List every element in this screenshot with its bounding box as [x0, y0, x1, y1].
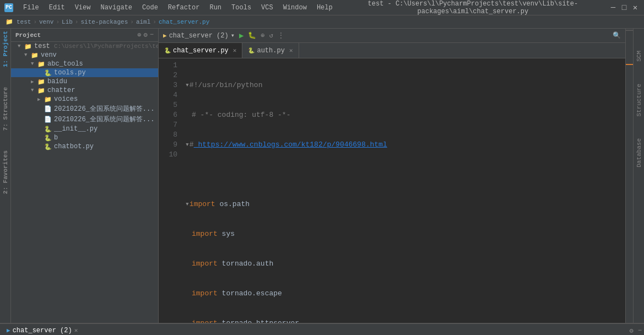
tab-label-auth: auth.py	[257, 47, 284, 55]
window-controls: ─ □ ✕	[609, 3, 640, 12]
run-config-dropdown[interactable]: ▾	[231, 31, 235, 40]
sidebar-header-icons: ⊕ ⚙ −	[137, 31, 154, 39]
menu-edit[interactable]: Edit	[45, 3, 69, 13]
main-layout: 1: Project 7: Structure 2: Favorites Pro…	[0, 29, 644, 323]
run-config-bar: ▶ chat_server (2) ▾ ▶ 🐛 ⊕ ↺ ⋮ 🔍	[159, 29, 625, 43]
menu-help[interactable]: Help	[312, 3, 337, 13]
close-button[interactable]: ✕	[631, 3, 640, 12]
py-icon-init: 🐍	[44, 126, 53, 133]
window-title: test - C:\Users\l\PycharmProjects\test\v…	[337, 0, 609, 15]
tree-item-doc2[interactable]: ▶ 📄 20210226_全国系统问题解答...	[11, 114, 158, 125]
tree-item-abc-tools[interactable]: ▼ 📁 abc_tools	[11, 60, 158, 68]
menu-window[interactable]: Window	[279, 3, 311, 13]
arrow-test: ▼	[18, 44, 24, 49]
run-tab-icons: ⚙ −	[630, 327, 642, 335]
tree-item-baidu[interactable]: ▶ 📁 baidu	[11, 77, 158, 86]
breadcrumb-item-venv[interactable]: venv	[39, 19, 53, 25]
search-button[interactable]: 🔍	[613, 31, 621, 40]
tree-item-voices[interactable]: ▶ 📁 voices	[11, 95, 158, 104]
py-icon-chatbot: 🐍	[44, 143, 53, 150]
run-config-selector[interactable]: ▶ chat_server (2) ▾	[163, 31, 235, 40]
menu-view[interactable]: View	[71, 3, 95, 13]
coverage-button[interactable]: ⊕	[261, 31, 264, 40]
breadcrumb-folder-icon: 📁	[6, 18, 13, 25]
right-tab-structure[interactable]: Structure	[636, 84, 642, 116]
tree-label-voices: voices	[54, 95, 158, 103]
breadcrumb-item-site-packages[interactable]: site-packages	[80, 19, 128, 25]
code-line-2: # -*- coding: utf-8 -*-	[185, 110, 621, 120]
breadcrumb-item-test[interactable]: test	[17, 19, 31, 25]
tab-chat-server[interactable]: 🐍 chat_server.py ✕	[159, 43, 242, 58]
tree-item-root[interactable]: ▼ 📁 test C:\Users\l\PycharmProjects\test	[11, 42, 158, 51]
code-line-3: ▾# https://www.cnblogs.com/kt182/p/90466…	[185, 140, 621, 150]
run-tab-label: chat_server (2)	[13, 327, 72, 334]
tab-icon-chat-server: 🐍	[164, 47, 171, 54]
title-left: PC File Edit View Navigate Code Refactor…	[4, 3, 337, 13]
sidebar-icon-minus[interactable]: −	[150, 31, 154, 39]
more-actions-button[interactable]: ⋮	[278, 31, 284, 40]
tree-label-baidu: baidu	[47, 78, 158, 85]
tab-close-auth[interactable]: ✕	[289, 47, 293, 54]
favorites-tab-label[interactable]: 2: Favorites	[2, 150, 9, 194]
code-line-9: import tornado.httpserver	[185, 318, 621, 323]
reload-button[interactable]: ↺	[269, 31, 273, 40]
breadcrumb-item-file[interactable]: chat_server.py	[159, 19, 209, 25]
sidebar-icon-gear[interactable]: ⚙	[144, 31, 148, 39]
sidebar-icon-globe[interactable]: ⊕	[137, 31, 141, 39]
run-config-icon: ▶	[163, 32, 167, 39]
code-view[interactable]: 12345 678910 ▾#!/usr/bin/python # -*- co…	[159, 58, 625, 323]
project-tab-label[interactable]: 1: Project	[2, 31, 9, 67]
breadcrumb-item-aiml[interactable]: aiml	[136, 19, 150, 25]
code-line-5: ▾import os.path	[185, 199, 621, 209]
minimize-button[interactable]: ─	[609, 3, 618, 12]
folder-icon-test: 📁	[24, 43, 33, 50]
tree-item-chatbot-py[interactable]: ▶ 🐍 chatbot.py	[11, 142, 158, 151]
tree-item-venv[interactable]: ▼ 📁 venv	[11, 51, 158, 60]
right-tab-scm[interactable]: SCM	[636, 51, 642, 62]
run-settings-icon[interactable]: ⚙	[630, 327, 634, 335]
debug-button[interactable]: 🐛	[248, 31, 256, 40]
run-tab-chat-server[interactable]: ▶ chat_server (2) ✕	[2, 324, 82, 335]
code-content[interactable]: ▾#!/usr/bin/python # -*- coding: utf-8 -…	[181, 58, 625, 323]
right-tabs-panel: SCM Structure Database	[633, 29, 644, 323]
left-icon-strip: 1: Project 7: Structure 2: Favorites	[0, 29, 11, 323]
menu-tools[interactable]: Tools	[227, 3, 256, 13]
app-icon: PC	[4, 3, 13, 12]
structure-tab-label[interactable]: 7: Structure	[2, 87, 9, 131]
code-line-7: import tornado.auth	[185, 259, 621, 269]
tab-close-chat-server[interactable]: ✕	[233, 47, 237, 54]
tree-item-doc1[interactable]: ▶ 📄 20210226_全国系统问题解答...	[11, 104, 158, 114]
tree-label-tools-py: tools.py	[54, 69, 158, 77]
folder-icon-abc-tools: 📁	[37, 61, 46, 68]
run-tab-close[interactable]: ✕	[74, 327, 78, 334]
run-collapse-icon[interactable]: −	[638, 327, 642, 335]
tab-auth[interactable]: 🐍 auth.py ✕	[242, 43, 299, 58]
folder-icon-baidu: 📁	[37, 78, 46, 85]
menu-run[interactable]: Run	[205, 3, 226, 13]
doc-icon-2: 📄	[44, 116, 53, 123]
breadcrumb-item-lib[interactable]: Lib	[62, 19, 73, 25]
run-button[interactable]: ▶	[239, 31, 243, 40]
scroll-marker-2	[626, 64, 633, 65]
project-sidebar: Project ⊕ ⚙ − ▼ 📁 test C:\Users\l\Pychar…	[11, 29, 159, 323]
arrow-baidu: ▶	[31, 79, 37, 85]
code-line-8: import tornado.escape	[185, 289, 621, 299]
tree-item-tools-py[interactable]: ▶ 🐍 tools.py	[11, 68, 158, 77]
menu-navigate[interactable]: Navigate	[96, 3, 137, 13]
menu-vcs[interactable]: VCS	[257, 3, 278, 13]
maximize-button[interactable]: □	[620, 3, 629, 12]
tree-item-chatter[interactable]: ▼ 📁 chatter	[11, 86, 158, 95]
sidebar-header: Project ⊕ ⚙ −	[11, 29, 158, 42]
arrow-abc-tools: ▼	[31, 61, 37, 67]
right-tab-database[interactable]: Database	[636, 138, 642, 168]
tree-label-abc-tools: abc_tools	[47, 60, 158, 68]
arrow-voices: ▶	[37, 96, 44, 102]
right-scroll-panel	[625, 29, 633, 323]
code-line-6: import sys	[185, 229, 621, 239]
tree-item-init-py[interactable]: ▶ 🐍 __init__.py	[11, 125, 158, 133]
tree-item-b[interactable]: ▶ 🐍 b	[11, 133, 158, 142]
menu-file[interactable]: File	[19, 3, 44, 13]
breadcrumb: 📁 test › venv › Lib › site-packages › ai…	[0, 15, 644, 29]
menu-code[interactable]: Code	[138, 3, 163, 13]
menu-refactor[interactable]: Refactor	[164, 3, 204, 13]
